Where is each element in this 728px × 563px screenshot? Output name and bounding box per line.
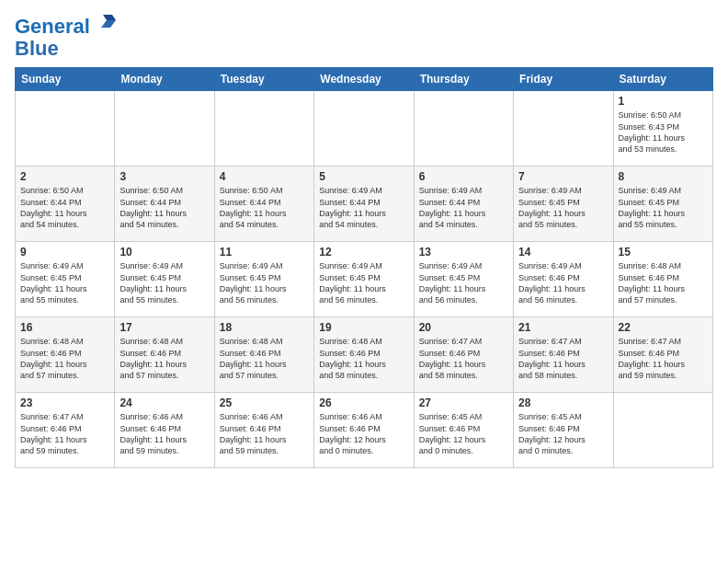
calendar-day-cell: 13Sunrise: 6:49 AM Sunset: 6:45 PM Dayli… xyxy=(414,242,513,317)
calendar-day-cell: 28Sunrise: 6:45 AM Sunset: 6:46 PM Dayli… xyxy=(514,393,613,468)
calendar-day-cell xyxy=(16,91,115,167)
day-info: Sunrise: 6:49 AM Sunset: 6:45 PM Dayligh… xyxy=(319,260,408,305)
svg-marker-0 xyxy=(101,20,116,28)
calendar-day-cell: 15Sunrise: 6:48 AM Sunset: 6:46 PM Dayli… xyxy=(613,242,712,317)
day-info: Sunrise: 6:45 AM Sunset: 6:46 PM Dayligh… xyxy=(419,411,508,456)
logo-icon xyxy=(97,11,119,33)
calendar-day-cell xyxy=(514,91,613,167)
calendar-week-row: 23Sunrise: 6:47 AM Sunset: 6:46 PM Dayli… xyxy=(16,393,713,468)
calendar-day-cell: 9Sunrise: 6:49 AM Sunset: 6:45 PM Daylig… xyxy=(16,242,115,317)
calendar-day-cell: 7Sunrise: 6:49 AM Sunset: 6:45 PM Daylig… xyxy=(514,167,613,242)
day-number: 19 xyxy=(319,321,408,334)
day-info: Sunrise: 6:48 AM Sunset: 6:46 PM Dayligh… xyxy=(119,336,209,381)
calendar-week-row: 2Sunrise: 6:50 AM Sunset: 6:44 PM Daylig… xyxy=(16,167,713,242)
calendar-week-row: 9Sunrise: 6:49 AM Sunset: 6:45 PM Daylig… xyxy=(16,242,713,317)
calendar-day-cell: 16Sunrise: 6:48 AM Sunset: 6:46 PM Dayli… xyxy=(16,317,115,393)
svg-marker-1 xyxy=(103,15,116,20)
day-number: 28 xyxy=(518,396,608,409)
day-info: Sunrise: 6:49 AM Sunset: 6:45 PM Dayligh… xyxy=(419,260,508,305)
day-number: 22 xyxy=(619,321,708,334)
day-number: 23 xyxy=(20,396,109,409)
calendar-day-cell: 1Sunrise: 6:50 AM Sunset: 6:43 PM Daylig… xyxy=(613,91,712,167)
calendar-day-cell: 20Sunrise: 6:47 AM Sunset: 6:46 PM Dayli… xyxy=(414,317,513,393)
calendar-day-header: Saturday xyxy=(613,68,712,91)
day-number: 11 xyxy=(220,246,309,259)
calendar-table: SundayMondayTuesdayWednesdayThursdayFrid… xyxy=(15,67,713,468)
day-info: Sunrise: 6:47 AM Sunset: 6:46 PM Dayligh… xyxy=(419,336,508,381)
calendar-day-cell: 6Sunrise: 6:49 AM Sunset: 6:44 PM Daylig… xyxy=(414,167,513,242)
day-number: 27 xyxy=(419,396,508,409)
calendar-day-cell: 12Sunrise: 6:49 AM Sunset: 6:45 PM Dayli… xyxy=(314,242,414,317)
day-info: Sunrise: 6:50 AM Sunset: 6:44 PM Dayligh… xyxy=(119,185,209,230)
day-number: 4 xyxy=(220,170,309,183)
day-info: Sunrise: 6:47 AM Sunset: 6:46 PM Dayligh… xyxy=(619,336,708,381)
day-info: Sunrise: 6:45 AM Sunset: 6:46 PM Dayligh… xyxy=(518,411,608,456)
calendar-day-cell: 22Sunrise: 6:47 AM Sunset: 6:46 PM Dayli… xyxy=(613,317,712,393)
calendar-day-header: Tuesday xyxy=(214,68,313,91)
calendar-day-cell: 2Sunrise: 6:50 AM Sunset: 6:44 PM Daylig… xyxy=(16,167,115,242)
day-number: 16 xyxy=(20,321,109,334)
calendar-day-cell: 3Sunrise: 6:50 AM Sunset: 6:44 PM Daylig… xyxy=(115,167,214,242)
calendar-day-cell: 27Sunrise: 6:45 AM Sunset: 6:46 PM Dayli… xyxy=(414,393,513,468)
calendar-day-cell: 26Sunrise: 6:46 AM Sunset: 6:46 PM Dayli… xyxy=(314,393,414,468)
calendar-day-cell: 18Sunrise: 6:48 AM Sunset: 6:46 PM Dayli… xyxy=(214,317,313,393)
day-info: Sunrise: 6:49 AM Sunset: 6:44 PM Dayligh… xyxy=(319,185,408,230)
day-number: 18 xyxy=(220,321,309,334)
day-info: Sunrise: 6:50 AM Sunset: 6:43 PM Dayligh… xyxy=(619,109,708,155)
day-info: Sunrise: 6:46 AM Sunset: 6:46 PM Dayligh… xyxy=(220,411,309,456)
calendar-day-header: Sunday xyxy=(16,68,115,91)
day-number: 9 xyxy=(20,246,109,259)
calendar-day-header: Friday xyxy=(514,68,613,91)
calendar-day-cell: 17Sunrise: 6:48 AM Sunset: 6:46 PM Dayli… xyxy=(115,317,214,393)
logo: General Blue xyxy=(15,11,119,60)
day-info: Sunrise: 6:49 AM Sunset: 6:45 PM Dayligh… xyxy=(119,260,209,305)
day-info: Sunrise: 6:46 AM Sunset: 6:46 PM Dayligh… xyxy=(319,411,408,456)
calendar-day-cell xyxy=(414,91,513,167)
day-info: Sunrise: 6:49 AM Sunset: 6:45 PM Dayligh… xyxy=(220,260,309,305)
day-info: Sunrise: 6:48 AM Sunset: 6:46 PM Dayligh… xyxy=(319,336,408,381)
day-number: 25 xyxy=(220,396,309,409)
day-info: Sunrise: 6:48 AM Sunset: 6:46 PM Dayligh… xyxy=(619,260,708,305)
day-info: Sunrise: 6:49 AM Sunset: 6:45 PM Dayligh… xyxy=(619,185,708,230)
calendar-day-cell: 5Sunrise: 6:49 AM Sunset: 6:44 PM Daylig… xyxy=(314,167,414,242)
day-info: Sunrise: 6:47 AM Sunset: 6:46 PM Dayligh… xyxy=(518,336,608,381)
day-info: Sunrise: 6:49 AM Sunset: 6:45 PM Dayligh… xyxy=(518,185,608,230)
calendar-day-cell: 24Sunrise: 6:46 AM Sunset: 6:46 PM Dayli… xyxy=(115,393,214,468)
day-info: Sunrise: 6:46 AM Sunset: 6:46 PM Dayligh… xyxy=(119,411,209,456)
calendar-day-header: Wednesday xyxy=(314,68,414,91)
logo-blue: Blue xyxy=(15,38,119,60)
calendar-header-row: SundayMondayTuesdayWednesdayThursdayFrid… xyxy=(16,68,713,91)
calendar-day-cell xyxy=(613,393,712,468)
day-number: 6 xyxy=(419,170,508,183)
day-number: 3 xyxy=(119,170,209,183)
day-number: 15 xyxy=(619,246,708,259)
calendar-week-row: 16Sunrise: 6:48 AM Sunset: 6:46 PM Dayli… xyxy=(16,317,713,393)
calendar-day-cell: 11Sunrise: 6:49 AM Sunset: 6:45 PM Dayli… xyxy=(214,242,313,317)
day-number: 26 xyxy=(319,396,408,409)
logo-general: General xyxy=(15,15,90,38)
calendar-day-cell: 19Sunrise: 6:48 AM Sunset: 6:46 PM Dayli… xyxy=(314,317,414,393)
page: General Blue SundayMondayTuesdayWednesda… xyxy=(0,0,728,563)
day-number: 20 xyxy=(419,321,508,334)
calendar-day-cell: 25Sunrise: 6:46 AM Sunset: 6:46 PM Dayli… xyxy=(214,393,313,468)
calendar-day-header: Thursday xyxy=(414,68,513,91)
header: General Blue xyxy=(15,11,713,60)
day-info: Sunrise: 6:50 AM Sunset: 6:44 PM Dayligh… xyxy=(20,185,109,230)
calendar-week-row: 1Sunrise: 6:50 AM Sunset: 6:43 PM Daylig… xyxy=(16,91,713,167)
calendar-day-header: Monday xyxy=(115,68,214,91)
day-number: 1 xyxy=(619,95,708,108)
calendar-day-cell: 23Sunrise: 6:47 AM Sunset: 6:46 PM Dayli… xyxy=(16,393,115,468)
day-number: 24 xyxy=(119,396,209,409)
day-number: 13 xyxy=(419,246,508,259)
calendar-day-cell: 21Sunrise: 6:47 AM Sunset: 6:46 PM Dayli… xyxy=(514,317,613,393)
calendar-day-cell: 4Sunrise: 6:50 AM Sunset: 6:44 PM Daylig… xyxy=(214,167,313,242)
day-number: 10 xyxy=(119,246,209,259)
calendar-day-cell: 14Sunrise: 6:49 AM Sunset: 6:46 PM Dayli… xyxy=(514,242,613,317)
day-number: 14 xyxy=(518,246,608,259)
calendar-day-cell xyxy=(115,91,214,167)
day-number: 7 xyxy=(518,170,608,183)
day-number: 21 xyxy=(518,321,608,334)
day-number: 8 xyxy=(619,170,708,183)
calendar-day-cell: 10Sunrise: 6:49 AM Sunset: 6:45 PM Dayli… xyxy=(115,242,214,317)
day-number: 5 xyxy=(319,170,408,183)
